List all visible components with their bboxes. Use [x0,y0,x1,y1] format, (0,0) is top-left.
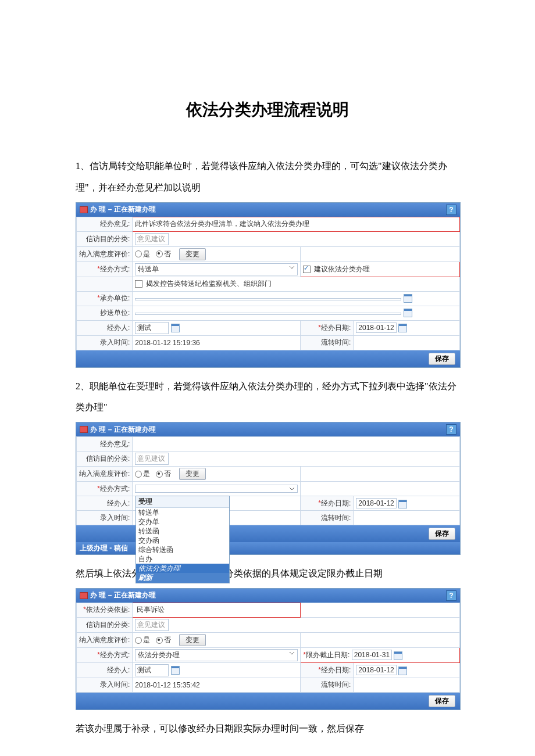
sub-panel-header: 上级办理 - 稿信 [76,542,460,554]
deadline-input[interactable]: 2018-01-31 [352,650,392,660]
chevron-down-icon [289,264,295,270]
opinion-value[interactable]: 此件诉求符合依法分类办理清单，建议纳入依法分类办理 [135,220,309,228]
lookup-icon[interactable] [171,324,180,332]
window-icon [80,592,88,599]
radio-yes-label: 是 [143,636,150,644]
satisfaction-label: 纳入满意度评价: [77,246,133,261]
chevron-down-icon [289,486,295,492]
method-value: 转送单 [138,264,159,274]
calendar-icon[interactable] [398,500,407,508]
lookup-icon[interactable] [171,666,180,675]
radio-yes-label: 是 [143,470,150,478]
dropdown-item[interactable]: 交办函 [136,536,229,545]
opinion-label: 经办意见: [77,217,133,231]
deadline-label: 限办截止日期: [306,651,349,659]
save-button[interactable]: 保存 [429,695,455,707]
dropdown-item[interactable]: 转送单 [136,508,229,517]
entry-time-label: 录入时间: [77,678,133,692]
flow-time-label: 流转时间: [301,678,354,692]
change-button[interactable]: 变更 [179,248,206,260]
flow-time-label: 流转时间: [301,511,354,525]
chevron-down-icon [289,650,295,656]
undertake-unit-input[interactable] [135,298,401,300]
screenshot-panel-1: 办 理 – 正在新建办理 ? 经办意见: 此件诉求符合依法分类办理清单，建议纳入… [76,202,461,368]
suggest-legal-checkbox[interactable] [303,266,311,273]
undertake-unit-label: 承办单位: [100,294,130,302]
radio-yes[interactable] [135,637,142,644]
radio-no-label: 否 [164,636,171,644]
handle-date-label: 经办日期: [321,324,351,332]
satisfaction-label: 纳入满意度评价: [77,467,133,482]
dropdown-item[interactable]: 综合转送函 [136,545,229,554]
entry-time-label: 录入时间: [77,335,133,350]
save-button[interactable]: 保存 [429,528,455,540]
paragraph-1: 1、信访局转交给职能单位时，若觉得该件应纳入依法分类办理的，可勾选"建议依法分类… [76,156,459,199]
purpose-value: 意见建议 [135,619,169,631]
purpose-label: 信访目的分类: [77,452,133,467]
purpose-label: 信访目的分类: [77,231,133,246]
handle-date-input[interactable]: 2018-01-12 [356,323,396,333]
entry-time-label: 录入时间: [77,511,133,525]
handler-label: 经办人: [77,662,133,678]
change-button[interactable]: 变更 [179,634,206,646]
save-button[interactable]: 保存 [429,353,455,365]
dropdown-footer[interactable]: 刷新 [136,573,229,583]
window-icon [80,426,88,433]
method-dropdown: 受理 转送单 交办单 转送函 交办函 综合转送函 自办 依法分类办理 刷新 [135,496,230,583]
help-button[interactable]: ? [446,205,456,215]
radio-no[interactable] [156,471,163,478]
purpose-value: 意见建议 [135,453,169,465]
satisfaction-label: 纳入满意度评价: [77,632,133,647]
panel-title: 办 理 – 正在新建办理 [90,590,156,600]
dropdown-item[interactable]: 交办单 [136,517,229,526]
panel-header: 办 理 – 正在新建办理 ? [76,422,460,436]
method-label: 经办方式: [100,651,130,659]
radio-yes[interactable] [135,250,142,257]
radio-no-label: 否 [164,470,171,478]
handle-date-input[interactable]: 2018-01-12 [356,498,396,508]
method-select[interactable]: 转送单 [135,263,298,275]
dropdown-item-selected[interactable]: 依法分类办理 [136,564,229,573]
purpose-value: 意见建议 [135,233,169,245]
legal-basis-input[interactable]: 民事诉讼 [135,604,266,615]
handle-date-input[interactable]: 2018-01-12 [356,665,396,675]
screenshot-panel-3: 办 理 – 正在新建办理 ? *依法分类依据: 民事诉讼 信访目的分类: 意见建… [76,588,461,710]
calendar-icon[interactable] [398,324,407,332]
lookup-icon[interactable] [404,309,412,317]
radio-no-label: 否 [164,250,171,258]
purpose-label: 信访目的分类: [77,617,133,632]
handler-label: 经办人: [77,496,133,511]
calendar-icon[interactable] [394,651,402,660]
screenshot-panel-2: 办 理 – 正在新建办理 ? 经办意见: 信访目的分类: 意见建议 纳入满意度评… [76,422,461,555]
radio-yes-label: 是 [143,250,150,258]
panel-header: 办 理 – 正在新建办理 ? [76,589,460,603]
lookup-icon[interactable] [404,294,412,303]
method-label: 经办方式: [100,265,130,273]
suggest-legal-label: 建议依法分类办理 [314,265,370,273]
panel-title: 办 理 – 正在新建办理 [90,425,156,435]
handler-input[interactable]: 测试 [135,664,169,676]
radio-yes[interactable] [135,471,142,478]
paragraph-3: 然后填上依法分类依据，并根据依法分类依据的具体规定设定限办截止日期 [76,563,459,585]
method-select[interactable]: 依法分类办理 [135,649,298,661]
dropdown-item[interactable]: 转送函 [136,526,229,536]
handler-label: 经办人: [77,320,133,335]
handler-input[interactable]: 测试 [135,322,169,334]
handle-date-label: 经办日期: [321,499,351,507]
help-button[interactable]: ? [446,590,456,601]
radio-no[interactable] [156,637,163,644]
help-button[interactable]: ? [446,424,456,435]
change-button[interactable]: 变更 [179,468,206,480]
opinion-label: 经办意见: [77,437,133,452]
calendar-icon[interactable] [398,667,407,675]
entry-time-value: 2018-01-12 15:19:36 [135,339,199,347]
cc-unit-input[interactable] [135,313,401,315]
legal-basis-label: 依法分类依据: [86,605,130,614]
page-title: 依法分类办理流程说明 [76,99,459,121]
report-checkbox[interactable] [135,280,142,288]
radio-no[interactable] [156,250,163,257]
paragraph-4: 若该办理属于补录，可以修改经办日期跟实际办理时间一致，然后保存 [76,718,459,740]
dropdown-item[interactable]: 自办 [136,554,229,564]
report-label: 揭发控告类转送纪检监察机关、组织部门 [146,280,272,288]
method-select[interactable]: 受理 转送单 交办单 转送函 交办函 综合转送函 自办 依法分类办理 刷新 [135,485,298,493]
